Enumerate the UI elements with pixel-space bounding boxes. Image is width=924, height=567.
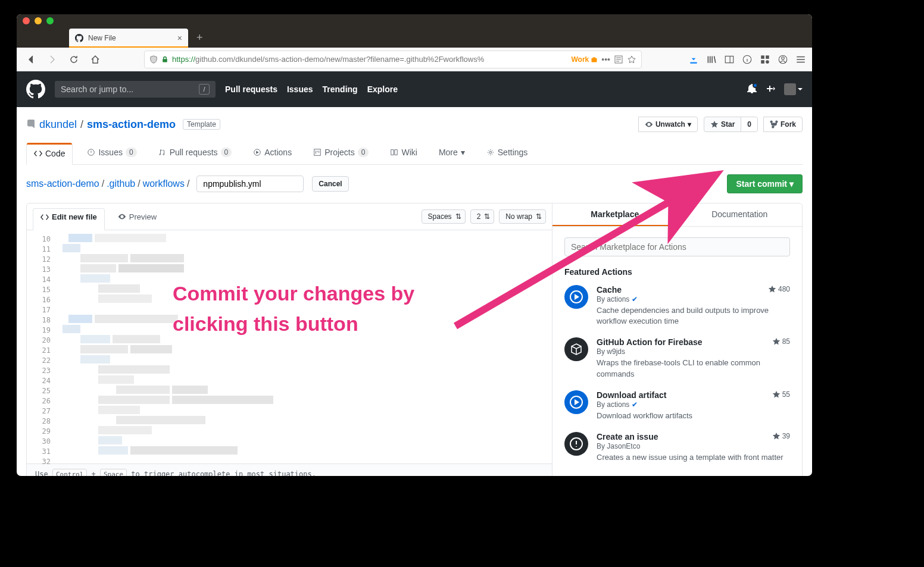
breadcrumb-root[interactable]: sms-action-demo [26, 178, 99, 189]
star-count[interactable]: 0 [741, 117, 758, 132]
sidebar-icon[interactable] [724, 54, 735, 65]
marketplace-search-input[interactable] [564, 237, 790, 256]
reader-icon[interactable] [614, 55, 623, 64]
code-icon [34, 149, 42, 158]
filename-input[interactable] [196, 176, 304, 192]
tab-issues[interactable]: Issues0 [80, 143, 143, 164]
action-desc: Cache dependencies and build outputs to … [597, 305, 790, 327]
preview-tab[interactable]: Preview [111, 209, 164, 225]
github-header: Search or jump to... / Pull requests Iss… [17, 71, 812, 107]
blurred-code [63, 234, 301, 466]
bookmark-star-icon[interactable] [627, 55, 636, 64]
browser-titlebar [17, 14, 812, 27]
fork-icon [770, 120, 778, 129]
edit-file-tab[interactable]: Edit new file [33, 208, 105, 230]
nav-forward-button[interactable] [44, 51, 61, 68]
documentation-tab[interactable]: Documentation [678, 203, 803, 226]
action-icon [564, 337, 588, 361]
svg-point-9 [782, 57, 785, 59]
nav-home-button[interactable] [87, 51, 104, 68]
tab-close-icon[interactable]: × [177, 33, 182, 43]
url-more-icon[interactable]: ••• [601, 55, 610, 64]
action-stars: 85 [772, 337, 790, 346]
url-bar[interactable]: https://github.com/dkundel/sms-action-de… [144, 51, 642, 68]
cancel-button[interactable]: Cancel [312, 176, 348, 192]
nav-reload-button[interactable] [65, 51, 82, 68]
account-icon[interactable] [778, 54, 788, 65]
star-icon [772, 432, 781, 440]
action-item[interactable]: Cache By actions ✔ 480 Cache dependencie… [564, 285, 790, 327]
window-minimize-button[interactable] [35, 17, 42, 24]
breadcrumb: sms-action-demo/.github/workflows/ [26, 178, 192, 189]
apps-icon[interactable] [760, 54, 770, 65]
nav-back-button[interactable] [23, 51, 39, 68]
repo-owner-link[interactable]: dkundel [39, 118, 77, 131]
wrap-select[interactable]: No wrap ⇅ [499, 209, 546, 224]
template-badge: Template [183, 119, 220, 130]
fork-button[interactable]: Fork [763, 117, 803, 132]
notifications-icon[interactable] [747, 84, 757, 95]
start-commit-button[interactable]: Start commit ▾ [727, 174, 803, 193]
github-logo-icon[interactable] [26, 80, 45, 99]
browser-tab-active[interactable]: New File × [69, 29, 188, 48]
action-item[interactable]: Download artifact By actions ✔ 55 Downlo… [564, 390, 790, 421]
action-by: By JasonEtco [597, 442, 767, 450]
tab-more[interactable]: More ▾ [432, 143, 472, 164]
annotation-text: Commit your changes by clicking this but… [173, 278, 414, 339]
svg-point-13 [489, 151, 492, 154]
window-close-button[interactable] [23, 17, 30, 24]
repo-name-link[interactable]: sms-action-demo [87, 118, 176, 131]
code-editor[interactable]: 1011121314151617181920212223242526272829… [27, 230, 552, 463]
action-icon [564, 432, 588, 456]
work-container-badge: Work [571, 55, 598, 64]
repo-head: dkundel / sms-action-demo Template Unwat… [17, 107, 812, 165]
tab-code[interactable]: Code [26, 143, 73, 165]
breadcrumb-dir1[interactable]: .github [107, 178, 135, 189]
indent-mode-select[interactable]: Spaces ⇅ [422, 209, 466, 224]
user-menu[interactable] [784, 83, 803, 95]
tab-settings[interactable]: Settings [479, 143, 535, 164]
book-icon [390, 148, 398, 156]
sidebar: Marketplace Documentation Featured Actio… [552, 203, 802, 476]
info-icon[interactable] [742, 54, 753, 65]
action-by: By w9jds [597, 347, 767, 356]
marketplace-tab[interactable]: Marketplace [552, 203, 678, 226]
indent-size-select[interactable]: 2 ⇅ [470, 209, 495, 224]
nav-trending[interactable]: Trending [323, 84, 358, 94]
nav-pull-requests[interactable]: Pull requests [225, 84, 277, 94]
tab-actions[interactable]: Actions [246, 143, 299, 164]
window-maximize-button[interactable] [46, 17, 54, 24]
issue-icon [87, 148, 95, 156]
action-by: By actions ✔ [597, 400, 767, 409]
action-item[interactable]: Create an issue By JasonEtco 39 Creates … [564, 432, 790, 463]
library-icon[interactable] [706, 54, 717, 65]
action-item[interactable]: GitHub Action for Firebase By w9jds 85 W… [564, 337, 790, 379]
new-tab-button[interactable]: + [196, 32, 203, 44]
tab-projects[interactable]: Projects0 [306, 143, 376, 164]
unwatch-button[interactable]: Unwatch ▾ [638, 117, 698, 132]
svg-rect-4 [761, 55, 764, 59]
editor-layout: Edit new file Preview Spaces ⇅ 2 ⇅ No wr… [26, 203, 803, 476]
download-icon[interactable] [688, 54, 699, 65]
action-by: By actions ✔ [597, 295, 763, 303]
pr-icon [158, 148, 167, 156]
add-menu-icon[interactable] [765, 84, 776, 95]
nav-explore[interactable]: Explore [367, 84, 398, 94]
svg-rect-5 [766, 55, 769, 59]
verified-icon: ✔ [632, 295, 638, 303]
star-icon [768, 285, 776, 293]
menu-icon[interactable] [795, 54, 806, 65]
tab-wiki[interactable]: Wiki [383, 143, 424, 164]
search-placeholder: Search or jump to... [61, 84, 133, 94]
project-icon [313, 148, 321, 156]
nav-issues[interactable]: Issues [287, 84, 313, 94]
line-numbers: 1011121314151617181920212223242526272829… [27, 235, 57, 468]
featured-actions-heading: Featured Actions [564, 267, 790, 277]
github-search-input[interactable]: Search or jump to... / [55, 81, 216, 98]
browser-window: New File × + https://github.com/dkundel/… [17, 14, 812, 476]
breadcrumb-dir2[interactable]: workflows [143, 178, 185, 189]
tab-pull-requests[interactable]: Pull requests0 [151, 143, 239, 164]
verified-icon: ✔ [632, 400, 638, 409]
eye-icon [118, 212, 126, 221]
star-button[interactable]: Star [704, 117, 741, 132]
